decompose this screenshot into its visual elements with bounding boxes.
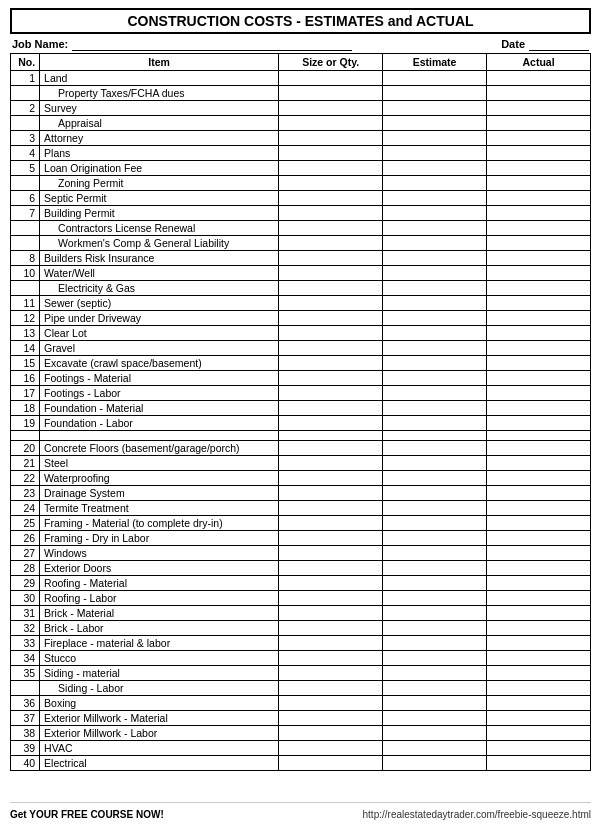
row-number: 14 bbox=[11, 341, 40, 356]
table-row: 33Fireplace - material & labor bbox=[11, 636, 591, 651]
row-actual bbox=[487, 561, 591, 576]
row-size bbox=[279, 176, 383, 191]
table-row: 15Excavate (crawl space/basement) bbox=[11, 356, 591, 371]
row-estimate bbox=[383, 621, 487, 636]
row-size bbox=[279, 591, 383, 606]
row-item: Pipe under Driveway bbox=[40, 311, 279, 326]
row-number: 5 bbox=[11, 161, 40, 176]
table-row: 29Roofing - Material bbox=[11, 576, 591, 591]
row-estimate bbox=[383, 191, 487, 206]
row-item: Concrete Floors (basement/garage/porch) bbox=[40, 441, 279, 456]
row-item: Plans bbox=[40, 146, 279, 161]
row-actual bbox=[487, 326, 591, 341]
row-estimate bbox=[383, 296, 487, 311]
row-number: 1 bbox=[11, 71, 40, 86]
row-size bbox=[279, 681, 383, 696]
row-number: 19 bbox=[11, 416, 40, 431]
table-row: 32Brick - Labor bbox=[11, 621, 591, 636]
table-row: 35Siding - material bbox=[11, 666, 591, 681]
row-item: Survey bbox=[40, 101, 279, 116]
row-size bbox=[279, 161, 383, 176]
row-number: 40 bbox=[11, 756, 40, 771]
table-row: 18Foundation - Material bbox=[11, 401, 591, 416]
row-number: 7 bbox=[11, 206, 40, 221]
row-actual bbox=[487, 416, 591, 431]
row-item: Termite Treatment bbox=[40, 501, 279, 516]
table-row: 23Drainage System bbox=[11, 486, 591, 501]
row-number: 28 bbox=[11, 561, 40, 576]
row-number: 18 bbox=[11, 401, 40, 416]
row-actual bbox=[487, 101, 591, 116]
row-size bbox=[279, 416, 383, 431]
footer-right: http://realestatedaytrader.com/freebie-s… bbox=[363, 809, 591, 820]
table-row: 14Gravel bbox=[11, 341, 591, 356]
row-number bbox=[11, 236, 40, 251]
row-estimate bbox=[383, 606, 487, 621]
row-actual bbox=[487, 161, 591, 176]
row-number bbox=[11, 431, 40, 441]
row-item: Builders Risk Insurance bbox=[40, 251, 279, 266]
row-actual bbox=[487, 696, 591, 711]
row-estimate bbox=[383, 501, 487, 516]
row-estimate bbox=[383, 416, 487, 431]
row-actual bbox=[487, 606, 591, 621]
row-actual bbox=[487, 296, 591, 311]
row-estimate bbox=[383, 431, 487, 441]
row-estimate bbox=[383, 206, 487, 221]
row-item: Zoning Permit bbox=[40, 176, 279, 191]
row-item: Roofing - Material bbox=[40, 576, 279, 591]
row-estimate bbox=[383, 726, 487, 741]
row-size bbox=[279, 651, 383, 666]
row-item: Windows bbox=[40, 546, 279, 561]
table-row: 13Clear Lot bbox=[11, 326, 591, 341]
row-actual bbox=[487, 546, 591, 561]
row-actual bbox=[487, 71, 591, 86]
row-size bbox=[279, 471, 383, 486]
row-number bbox=[11, 681, 40, 696]
row-item: Clear Lot bbox=[40, 326, 279, 341]
row-actual bbox=[487, 386, 591, 401]
row-item: Appraisal bbox=[40, 116, 279, 131]
row-item: HVAC bbox=[40, 741, 279, 756]
row-estimate bbox=[383, 326, 487, 341]
row-size bbox=[279, 636, 383, 651]
row-actual bbox=[487, 516, 591, 531]
row-actual bbox=[487, 651, 591, 666]
table-row: 28Exterior Doors bbox=[11, 561, 591, 576]
row-size bbox=[279, 236, 383, 251]
row-size bbox=[279, 576, 383, 591]
table-row: Appraisal bbox=[11, 116, 591, 131]
table-row: 37Exterior Millwork - Material bbox=[11, 711, 591, 726]
table-row: 2Survey bbox=[11, 101, 591, 116]
row-estimate bbox=[383, 576, 487, 591]
row-estimate bbox=[383, 371, 487, 386]
row-size bbox=[279, 696, 383, 711]
table-row: 8Builders Risk Insurance bbox=[11, 251, 591, 266]
row-number bbox=[11, 86, 40, 101]
table-row: 39HVAC bbox=[11, 741, 591, 756]
row-estimate bbox=[383, 251, 487, 266]
row-item: Contractors License Renewal bbox=[40, 221, 279, 236]
row-actual bbox=[487, 711, 591, 726]
table-row: Siding - Labor bbox=[11, 681, 591, 696]
row-item: Water/Well bbox=[40, 266, 279, 281]
row-actual bbox=[487, 86, 591, 101]
table-row: 7Building Permit bbox=[11, 206, 591, 221]
row-actual bbox=[487, 741, 591, 756]
table-row: 27Windows bbox=[11, 546, 591, 561]
row-estimate bbox=[383, 236, 487, 251]
row-item: Exterior Doors bbox=[40, 561, 279, 576]
table-row: 3Attorney bbox=[11, 131, 591, 146]
row-item: Fireplace - material & labor bbox=[40, 636, 279, 651]
row-size bbox=[279, 311, 383, 326]
row-size bbox=[279, 356, 383, 371]
row-actual bbox=[487, 281, 591, 296]
cost-table: No. Item Size or Qty. Estimate Actual 1L… bbox=[10, 53, 591, 771]
row-size bbox=[279, 86, 383, 101]
row-number: 22 bbox=[11, 471, 40, 486]
row-actual bbox=[487, 236, 591, 251]
col-header-no: No. bbox=[11, 54, 40, 71]
row-item: Boxing bbox=[40, 696, 279, 711]
row-number: 20 bbox=[11, 441, 40, 456]
table-row: 30Roofing - Labor bbox=[11, 591, 591, 606]
